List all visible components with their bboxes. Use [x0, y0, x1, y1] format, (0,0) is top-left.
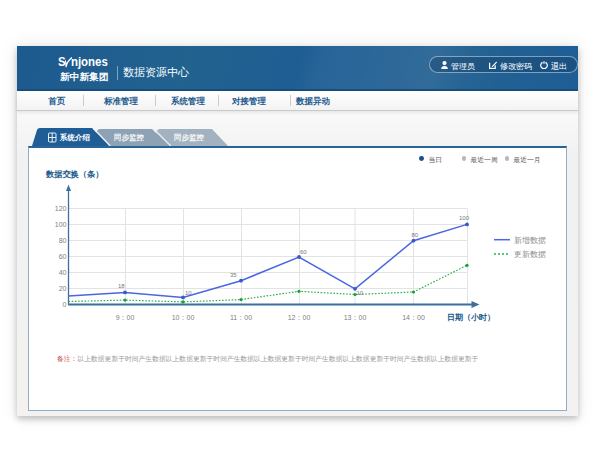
svg-text:更新数据: 更新数据 — [514, 250, 546, 259]
svg-text:0: 0 — [63, 301, 67, 308]
svg-text:80: 80 — [412, 232, 419, 238]
svg-text:100: 100 — [55, 221, 67, 228]
svg-text:10: 10 — [357, 290, 364, 296]
svg-text:40: 40 — [59, 269, 67, 276]
svg-text:18: 18 — [118, 283, 125, 289]
svg-text:12：00: 12：00 — [288, 314, 311, 321]
svg-text:10: 10 — [185, 290, 192, 296]
svg-text:14：00: 14：00 — [402, 314, 425, 321]
svg-text:新增数据: 新增数据 — [514, 236, 546, 245]
svg-text:60: 60 — [59, 253, 67, 260]
svg-text:日期（小时）: 日期（小时） — [447, 313, 495, 322]
svg-text:80: 80 — [59, 237, 67, 244]
svg-text:35: 35 — [230, 272, 237, 278]
svg-text:13：00: 13：00 — [344, 314, 367, 321]
svg-text:9：00: 9：00 — [116, 314, 135, 321]
svg-text:60: 60 — [300, 249, 307, 255]
svg-text:11：00: 11：00 — [230, 314, 252, 321]
svg-text:20: 20 — [59, 285, 67, 292]
svg-text:100: 100 — [459, 215, 470, 221]
svg-text:10：00: 10：00 — [172, 314, 195, 321]
svg-text:120: 120 — [55, 205, 67, 212]
